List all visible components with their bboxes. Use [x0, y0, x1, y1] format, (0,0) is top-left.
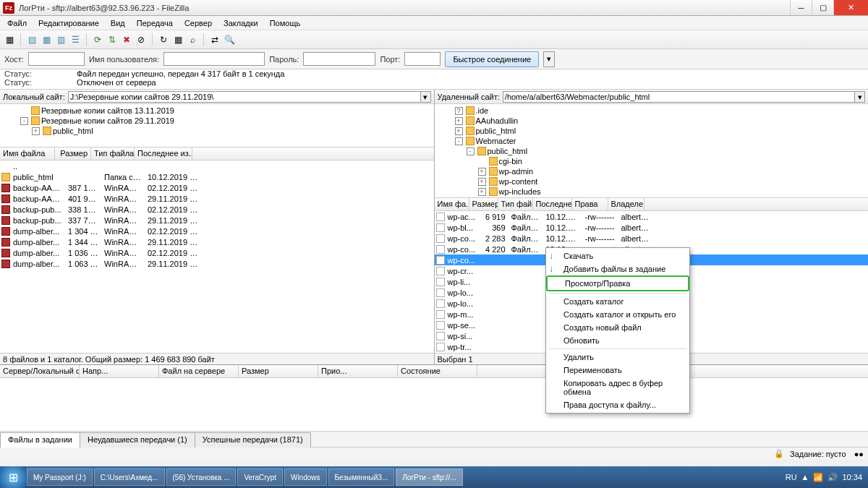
col-header[interactable]: Размер — [239, 365, 318, 377]
tree-node[interactable]: ? .ide — [438, 106, 866, 116]
menu-Вид[interactable]: Вид — [106, 17, 129, 29]
col-header[interactable]: Размер — [469, 198, 498, 210]
menu-Закладки[interactable]: Закладки — [219, 17, 263, 29]
list-item[interactable]: backup-AAu...387 133 ...WinRAR arc...02.… — [0, 182, 434, 193]
menu-Сервер[interactable]: Сервер — [180, 17, 216, 29]
menu-item[interactable]: ↓Скачать — [546, 249, 689, 262]
taskbar-item[interactable]: ЛогРти - sftp://... — [396, 468, 462, 486]
reconnect-icon[interactable]: ↻ — [157, 33, 170, 46]
list-item[interactable]: dump-alber...1 344 326WinRAR arc...29.11… — [0, 236, 434, 247]
tree-node[interactable]: - Webmacter — [438, 136, 866, 146]
col-header[interactable]: Тип фай... — [498, 198, 533, 210]
local-header[interactable]: Имя файлаРазмерТип файлаПоследнее из... — [0, 147, 434, 160]
menu-item[interactable]: Создать новый файл — [546, 321, 689, 334]
list-item[interactable]: dump-alber...1 063 798WinRAR arc...29.11… — [0, 258, 434, 269]
disconnect-icon[interactable]: ⊘ — [135, 33, 148, 46]
start-button[interactable]: ⊞ — [0, 466, 26, 488]
taskbar-item[interactable]: VeraCrypt — [237, 468, 282, 486]
compare-icon[interactable]: ⌕ — [186, 33, 199, 46]
taskbar-item[interactable]: C:\Users\Ахмед... — [94, 468, 165, 486]
menu-item[interactable]: Обновить — [546, 334, 689, 347]
tree-node[interactable]: + wp-includes — [438, 187, 866, 197]
local-path-input[interactable] — [68, 91, 421, 103]
tree-node[interactable]: + AAuhadullin — [438, 116, 866, 126]
taskbar-item[interactable]: (56) Установка ... — [166, 468, 237, 486]
menu-Передача[interactable]: Передача — [132, 17, 177, 29]
list-item[interactable]: wp-bl...369Файл "P...10.12.2019 ...-rw--… — [435, 222, 869, 233]
find-icon[interactable]: 🔍 — [223, 33, 236, 46]
col-header[interactable]: Напр... — [80, 365, 159, 377]
system-tray[interactable]: RU ▲ 📶 🔊 10:34 — [786, 473, 868, 482]
list-item[interactable]: public_htmlПапка с фа...10.12.2019 10:..… — [0, 171, 434, 182]
menu-item[interactable]: Просмотр/Правка — [546, 275, 689, 291]
col-header[interactable]: Владеле... — [608, 198, 644, 210]
user-input[interactable] — [163, 52, 265, 66]
col-header[interactable]: Состояние — [398, 365, 477, 377]
col-header[interactable]: Права — [572, 198, 608, 210]
host-input[interactable] — [28, 52, 85, 66]
list-item[interactable]: backup-pub...337 725 ...WinRAR arc...29.… — [0, 215, 434, 226]
queue-tab[interactable]: Успешные передачи (1871) — [195, 432, 311, 448]
list-item[interactable]: wp-co...2 283Файл "P...10.12.2019 ...-rw… — [435, 233, 869, 244]
list-item[interactable]: dump-alber...1 304 496WinRAR arc...02.12… — [0, 226, 434, 236]
menu-item[interactable]: Права доступа к файлу... — [546, 398, 689, 411]
col-header[interactable]: Файл на сервере — [159, 365, 239, 377]
local-path-dropdown[interactable]: ▾ — [421, 91, 431, 103]
menu-item[interactable]: Создать каталог и открыть его — [546, 308, 689, 321]
tree-node[interactable]: + wp-admin — [438, 166, 866, 176]
tree-node[interactable]: + wp-content — [438, 176, 866, 187]
taskbar-item[interactable]: My Passport (J:) — [27, 468, 93, 486]
list-item[interactable]: wp-ac...6 919Файл "P...10.12.2019 ...-rw… — [435, 211, 869, 222]
remote-header[interactable]: Имя фа...РазмерТип фай...Последнее...Пра… — [435, 198, 869, 211]
list-item[interactable]: dump-alber...1 036 870WinRAR arc...02.12… — [0, 247, 434, 258]
toggle-queue-icon[interactable]: ☰ — [69, 33, 82, 46]
menu-item[interactable]: Удалить — [546, 351, 689, 364]
toggle-remote-icon[interactable]: ▥ — [54, 33, 67, 46]
menu-item[interactable]: Создать каталог — [546, 295, 689, 308]
sitemanager-icon[interactable]: ▦ — [3, 33, 16, 46]
context-menu[interactable]: ↓Скачать↓Добавить файлы в заданиеПросмот… — [545, 247, 690, 414]
taskbar-item[interactable]: Безымянный3... — [328, 468, 395, 486]
quickconnect-button[interactable]: Быстрое соединение — [445, 51, 539, 67]
col-header[interactable]: Сервер/Локальный фа... — [0, 365, 80, 377]
list-item[interactable]: backup-AAu...401 960 ...WinRAR arc...29.… — [0, 193, 434, 204]
remote-tree[interactable]: ? .ide+ AAuhadullin+ public_html- Webmac… — [435, 104, 869, 198]
tree-node[interactable]: cgi-bin — [438, 156, 866, 166]
col-header[interactable]: Имя фа... — [435, 198, 469, 210]
toggle-log-icon[interactable]: ▤ — [25, 33, 38, 46]
cancel-icon[interactable]: ✖ — [120, 33, 133, 46]
queue-tab[interactable]: Неудавшиеся передачи (1) — [80, 432, 195, 448]
local-list[interactable]: ..public_htmlПапка с фа...10.12.2019 10:… — [0, 160, 434, 353]
refresh-icon[interactable]: ⟳ — [91, 33, 104, 46]
tree-node[interactable]: + public_html — [438, 126, 866, 136]
toggle-tree-icon[interactable]: ▦ — [40, 33, 53, 46]
process-queue-icon[interactable]: ⇅ — [106, 33, 119, 46]
col-header[interactable]: Размер — [55, 147, 91, 160]
taskbar-item[interactable]: Windows — [284, 468, 327, 486]
col-header[interactable]: Тип файла — [91, 147, 135, 160]
list-item[interactable]: .. — [0, 160, 434, 171]
menu-item[interactable]: ↓Добавить файлы в задание — [546, 262, 689, 275]
menu-Помощь[interactable]: Помощь — [265, 17, 305, 29]
col-header[interactable]: Последнее из... — [135, 147, 192, 160]
remote-path-dropdown[interactable]: ▾ — [855, 91, 865, 103]
col-header[interactable]: Последнее... — [533, 198, 572, 210]
tree-node[interactable]: Резервные копии сайтов 13.11.2019 — [3, 106, 431, 116]
col-header[interactable]: Имя файла — [0, 147, 55, 160]
quickconnect-dropdown[interactable]: ▾ — [543, 51, 555, 67]
tree-node[interactable]: - public_html — [438, 146, 866, 156]
port-input[interactable] — [404, 52, 441, 66]
col-header[interactable]: Прио... — [318, 365, 398, 377]
remote-path-input[interactable] — [503, 91, 855, 103]
minimize-button[interactable]: ─ — [790, 0, 812, 15]
close-button[interactable]: ✕ — [833, 0, 868, 15]
transfer-header[interactable]: Сервер/Локальный фа...Напр...Файл на сер… — [0, 365, 868, 378]
tray-lang[interactable]: RU — [786, 473, 797, 481]
queue-tab[interactable]: Файлы в задании — [0, 432, 80, 448]
local-tree[interactable]: Резервные копии сайтов 13.11.2019- Резер… — [0, 104, 434, 147]
menu-item[interactable]: Переименовать — [546, 364, 689, 377]
sync-icon[interactable]: ⇄ — [208, 33, 221, 46]
tree-node[interactable]: + public_html — [3, 126, 431, 136]
pass-input[interactable] — [303, 52, 375, 66]
tree-node[interactable]: - Резервные копии сайтов 29.11.2019 — [3, 116, 431, 126]
